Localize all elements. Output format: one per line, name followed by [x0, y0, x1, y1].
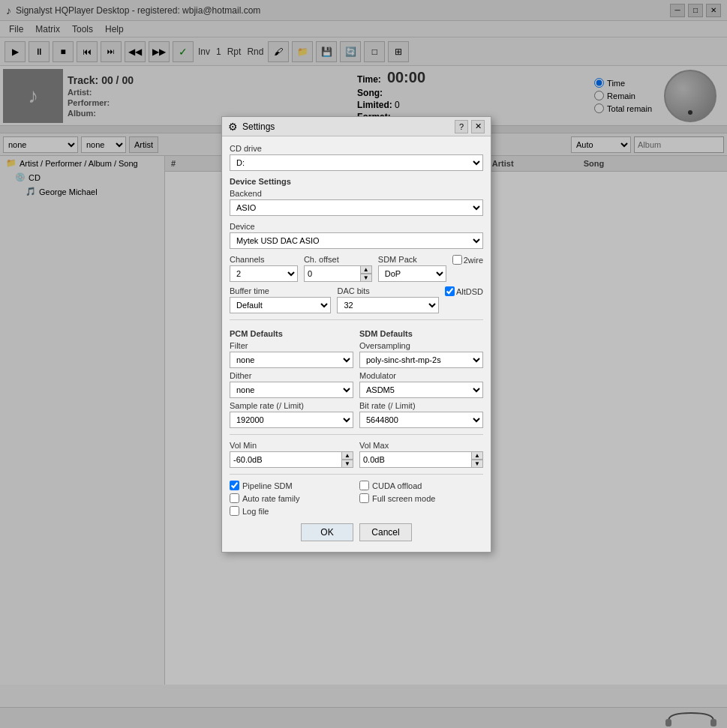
cuda-col: CUDA offload Full screen mode: [359, 481, 483, 506]
fullscreen-group: Full screen mode: [359, 493, 483, 503]
vol-max-btns: ▲ ▼: [471, 451, 483, 468]
sdm-col: SDM Defaults Oversampling poly-sinc-shrt…: [359, 326, 483, 428]
vol-min-btns: ▲ ▼: [341, 451, 353, 468]
settings-icon: ⚙: [228, 121, 238, 133]
settings-titlebar-left: ⚙ Settings: [228, 121, 275, 133]
auto-rate-label: Auto rate family: [242, 494, 299, 503]
bit-rate-label: Bit rate (/ Limit): [359, 401, 483, 410]
sdm-pack-label: SDM Pack: [378, 255, 446, 264]
cd-drive-group: CD drive D:: [230, 144, 483, 171]
sample-rate-label: Sample rate (/ Limit): [230, 401, 353, 410]
vol-max-up[interactable]: ▲: [471, 451, 483, 460]
auto-rate-checkbox[interactable]: [230, 493, 239, 503]
settings-dialog: ⚙ Settings ? ✕ CD drive D: Device Settin…: [221, 116, 491, 553]
filter-select[interactable]: none: [230, 352, 353, 368]
sdm-pack-col: SDM Pack DoPNone: [378, 255, 446, 282]
pcm-sdm-row: PCM Defaults Filter none Dither none Sam…: [230, 326, 483, 428]
sdm-defaults-label: SDM Defaults: [359, 329, 483, 338]
log-file-checkbox[interactable]: [230, 506, 239, 516]
cuda-offload-checkbox[interactable]: [359, 481, 369, 490]
vol-max-label: Vol Max: [359, 441, 483, 450]
vol-max-col: Vol Max ▲ ▼: [359, 441, 483, 468]
buffer-time-select[interactable]: Default100ms200ms: [230, 297, 331, 313]
checkbox-row1: Pipeline SDM Auto rate family CUDA offlo…: [230, 481, 483, 506]
buffer-col: Buffer time Default100ms200ms: [230, 286, 331, 313]
alt-dsd-group: AltDSD: [445, 286, 483, 298]
ch-offset-input[interactable]: [304, 265, 360, 282]
dither-label: Dither: [230, 371, 353, 380]
backend-group: Backend ASIO WASAPI: [230, 189, 483, 216]
dac-bits-col: DAC bits 322416: [337, 286, 438, 313]
dither-select[interactable]: none: [230, 382, 353, 398]
alt-dsd-label: AltDSD: [456, 287, 483, 296]
fullscreen-checkbox[interactable]: [359, 493, 369, 503]
channels-row: Channels 2468 Ch. offset ▲ ▼: [230, 255, 483, 282]
vol-max-down[interactable]: ▼: [471, 460, 483, 468]
ch-offset-col: Ch. offset ▲ ▼: [304, 255, 372, 282]
vol-row: Vol Min ▲ ▼ Vol Max ▲: [230, 441, 483, 468]
filter-label: Filter: [230, 341, 353, 350]
modulator-select[interactable]: ASDM5ASDM7: [359, 382, 483, 398]
ch-offset-spinner-btns: ▲ ▼: [360, 265, 372, 282]
ch-offset-label: Ch. offset: [304, 255, 372, 264]
channels-label: Channels: [230, 255, 298, 264]
twoWire-label: 2wire: [464, 256, 483, 265]
bit-rate-select[interactable]: 56448002822400: [359, 412, 483, 428]
fullscreen-label: Full screen mode: [372, 494, 435, 503]
vol-max-input[interactable]: [359, 451, 471, 468]
settings-help-button[interactable]: ?: [455, 120, 468, 133]
device-select[interactable]: Mytek USD DAC ASIO: [230, 232, 483, 249]
cd-drive-select[interactable]: D:: [230, 154, 483, 171]
log-file-label: Log file: [242, 507, 269, 516]
cuda-offload-group: CUDA offload: [359, 481, 483, 490]
settings-body: CD drive D: Device Settings Backend ASIO…: [222, 136, 491, 552]
alt-dsd-checkbox[interactable]: [445, 286, 455, 296]
ok-button[interactable]: OK: [301, 523, 353, 541]
sample-rate-select[interactable]: 1920009600048000: [230, 412, 353, 428]
settings-titlebar: ⚙ Settings ? ✕: [222, 117, 491, 136]
device-label: Device: [230, 222, 483, 231]
buffer-row: Buffer time Default100ms200ms DAC bits 3…: [230, 286, 483, 313]
pipeline-sdm-checkbox[interactable]: [230, 481, 239, 490]
oversampling-select[interactable]: poly-sinc-shrt-mp-2s: [359, 352, 483, 368]
settings-title: Settings: [242, 121, 275, 132]
cd-drive-label: CD drive: [230, 144, 483, 153]
vol-min-input[interactable]: [230, 451, 341, 468]
ch-offset-up[interactable]: ▲: [360, 265, 372, 274]
settings-footer: OK Cancel: [230, 523, 483, 544]
auto-rate-group: Auto rate family: [230, 493, 353, 503]
cuda-offload-label: CUDA offload: [372, 481, 422, 490]
ch-offset-down[interactable]: ▼: [360, 274, 372, 282]
pipeline-sdm-label: Pipeline SDM: [242, 481, 293, 490]
cancel-button[interactable]: Cancel: [359, 523, 412, 541]
dac-bits-select[interactable]: 322416: [337, 297, 438, 313]
settings-close-button[interactable]: ✕: [471, 120, 485, 133]
vol-min-col: Vol Min ▲ ▼: [230, 441, 353, 468]
oversampling-label: Oversampling: [359, 341, 483, 350]
pcm-defaults-label: PCM Defaults: [230, 329, 353, 338]
vol-min-down[interactable]: ▼: [341, 460, 353, 468]
settings-overlay: ⚙ Settings ? ✕ CD drive D: Device Settin…: [0, 0, 727, 728]
modulator-label: Modulator: [359, 371, 483, 380]
log-file-group: Log file: [230, 506, 483, 516]
twoWire-checkbox[interactable]: [452, 255, 462, 265]
twoWire-group: 2wire: [452, 255, 483, 266]
pcm-col: PCM Defaults Filter none Dither none Sam…: [230, 326, 353, 428]
vol-max-spinner: ▲ ▼: [359, 451, 483, 468]
channels-select[interactable]: 2468: [230, 265, 298, 282]
settings-titlebar-controls: ? ✕: [455, 120, 485, 133]
pipeline-sdm-group: Pipeline SDM: [230, 481, 353, 490]
backend-label: Backend: [230, 189, 483, 198]
vol-min-up[interactable]: ▲: [341, 451, 353, 460]
vol-min-spinner: ▲ ▼: [230, 451, 353, 468]
vol-min-label: Vol Min: [230, 441, 353, 450]
dac-bits-label: DAC bits: [337, 286, 438, 295]
pipeline-col: Pipeline SDM Auto rate family: [230, 481, 353, 506]
channels-col: Channels 2468: [230, 255, 298, 282]
sdm-pack-select[interactable]: DoPNone: [378, 265, 446, 282]
backend-select[interactable]: ASIO WASAPI: [230, 199, 483, 216]
ch-offset-spinner: ▲ ▼: [304, 265, 372, 282]
device-group: Device Mytek USD DAC ASIO: [230, 222, 483, 249]
device-settings-label: Device Settings: [230, 177, 483, 186]
buffer-time-label: Buffer time: [230, 286, 331, 295]
